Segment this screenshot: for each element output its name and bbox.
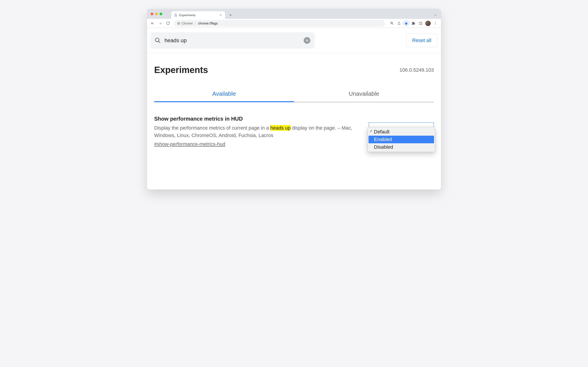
extensions-icon[interactable] (410, 20, 417, 27)
fullscreen-window-button[interactable] (160, 13, 162, 15)
search-row: Reset all (147, 28, 441, 53)
flag-id-link[interactable]: #show-performance-metrics-hud (154, 141, 225, 147)
sidepanel-icon[interactable] (417, 20, 424, 27)
share-icon[interactable] (396, 20, 403, 27)
tab-title: Experiments (179, 14, 195, 17)
flag-description: Display the performance metrics of curre… (154, 124, 357, 139)
page-title: Experiments (154, 65, 208, 75)
omnibox[interactable]: Chrome | chrome://flags (174, 20, 385, 27)
browser-tab[interactable]: Experiments (171, 11, 225, 19)
tab-unavailable[interactable]: Unavailable (294, 86, 434, 102)
omnibox-url: chrome://flags (198, 22, 218, 25)
search-input[interactable] (164, 37, 300, 44)
flags-tabs: Available Unavailable (154, 86, 434, 102)
flag-desc-highlight: heads up (270, 125, 291, 131)
profile-avatar[interactable] (425, 21, 431, 26)
flag-title: Show performance metrics in HUD (154, 116, 357, 122)
browser-window: Experiments Chrome | chrome:/ (147, 9, 441, 190)
bookmark-star-icon[interactable] (403, 20, 410, 27)
new-tab-button[interactable] (227, 12, 234, 18)
option-disabled[interactable]: Disabled (369, 143, 434, 151)
flask-icon (174, 13, 177, 17)
reset-all-label: Reset all (412, 38, 431, 43)
back-button[interactable] (149, 20, 156, 27)
option-default[interactable]: Default (369, 128, 434, 136)
window-controls (151, 13, 162, 15)
kebab-menu-icon[interactable] (432, 20, 439, 27)
forward-button[interactable] (157, 20, 164, 27)
svg-rect-3 (419, 22, 422, 25)
svg-point-0 (177, 22, 180, 25)
close-tab-icon[interactable] (219, 13, 222, 17)
omnibox-chip-label: Chrome (182, 22, 193, 25)
tab-available[interactable]: Available (154, 86, 294, 102)
svg-point-5 (435, 23, 436, 23)
tabs-dropdown-icon[interactable] (434, 14, 437, 17)
svg-point-4 (435, 22, 436, 23)
title-row: Experiments 106.0.5249.103 (154, 65, 434, 75)
toolbar: Chrome | chrome://flags (147, 19, 441, 28)
flag-desc-before: Display the performance metrics of curre… (154, 125, 270, 131)
option-enabled[interactable]: Enabled (369, 136, 434, 143)
clear-search-icon[interactable] (304, 37, 310, 44)
page-content: Reset all Experiments 106.0.5249.103 Ava… (147, 28, 441, 190)
chrome-icon (177, 22, 180, 25)
main-content: Experiments 106.0.5249.103 Available Una… (147, 53, 441, 156)
svg-point-6 (435, 24, 436, 25)
svg-point-1 (178, 23, 179, 24)
flag-select[interactable]: Default Enabled Disabled (369, 122, 434, 131)
flag-item: Show performance metrics in HUD Display … (154, 116, 434, 147)
select-dropdown: Default Enabled Disabled (367, 127, 435, 152)
zoom-icon[interactable] (388, 20, 395, 27)
reload-button[interactable] (164, 20, 171, 27)
site-chip: Chrome (177, 22, 193, 25)
svg-point-7 (155, 38, 159, 42)
flag-info: Show performance metrics in HUD Display … (154, 116, 357, 147)
omnibox-separator: | (195, 22, 196, 25)
tab-strip: Experiments (147, 9, 441, 19)
reset-all-button[interactable]: Reset all (406, 34, 437, 47)
version-label: 106.0.5249.103 (400, 67, 434, 73)
search-box (151, 32, 314, 49)
toolbar-right (388, 20, 439, 27)
search-icon (155, 37, 161, 44)
minimize-window-button[interactable] (155, 13, 158, 15)
close-window-button[interactable] (151, 13, 153, 15)
